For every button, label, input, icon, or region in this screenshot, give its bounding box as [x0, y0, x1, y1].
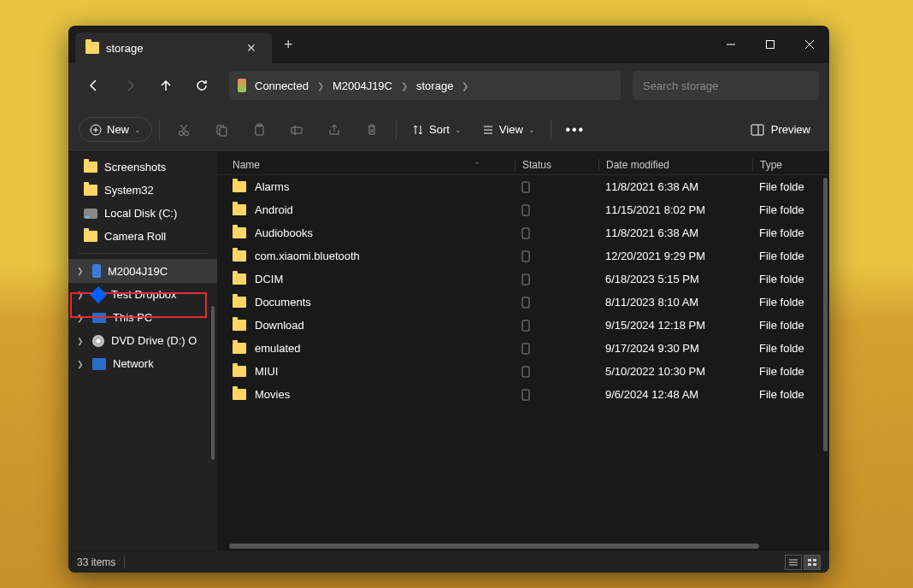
- sidebar-item-system32[interactable]: System32: [68, 179, 217, 202]
- close-button[interactable]: [790, 26, 829, 63]
- minimize-button[interactable]: [711, 26, 751, 63]
- device-icon: [238, 79, 246, 92]
- tab-storage[interactable]: storage ✕: [75, 32, 272, 63]
- breadcrumb-connected[interactable]: Connected: [255, 79, 309, 92]
- toolbar: New ⌄ Sort ⌄ View ⌄ ••• Preview: [68, 108, 829, 152]
- chevron-down-icon: ⌄: [134, 126, 141, 134]
- delete-button[interactable]: [355, 115, 389, 145]
- details-view-button[interactable]: [785, 555, 802, 570]
- file-date: 11/15/2021 8:02 PM: [598, 203, 752, 216]
- chevron-right-icon: ❯: [77, 337, 85, 345]
- vertical-scrollbar[interactable]: [823, 178, 828, 451]
- maximize-button[interactable]: [751, 26, 790, 63]
- tab-title: storage: [106, 42, 234, 55]
- column-date[interactable]: Date modified: [598, 159, 752, 171]
- tab-close-icon[interactable]: ✕: [241, 39, 262, 56]
- preview-icon: [751, 124, 764, 136]
- up-button[interactable]: [150, 70, 181, 101]
- cut-button[interactable]: [167, 115, 201, 145]
- horizontal-scrollbar-track[interactable]: [217, 542, 829, 550]
- sidebar-item-cameraroll[interactable]: Camera Roll: [68, 225, 217, 248]
- sidebar-item-network[interactable]: ❯Network: [68, 352, 217, 375]
- file-row[interactable]: Audiobooks11/8/2021 6:38 AMFile folde: [217, 221, 829, 244]
- svg-line-9: [180, 125, 186, 132]
- window-controls: [711, 26, 829, 63]
- item-count: 33 items: [77, 556, 115, 568]
- svg-rect-12: [220, 127, 227, 136]
- sidebar-scrollbar[interactable]: [211, 306, 215, 460]
- folder-icon: [233, 297, 246, 308]
- forward-button[interactable]: [115, 70, 145, 101]
- new-tab-button[interactable]: +: [272, 36, 305, 54]
- file-row[interactable]: Android11/15/2021 8:02 PMFile folde: [217, 198, 829, 221]
- column-headers: Name⌃ Status Date modified Type: [217, 152, 829, 175]
- sort-button[interactable]: Sort ⌄: [403, 118, 470, 141]
- folder-icon: [84, 231, 97, 242]
- chevron-right-icon: ❯: [77, 267, 85, 275]
- share-button[interactable]: [317, 115, 351, 145]
- rename-button[interactable]: [280, 115, 314, 145]
- sidebar-item-screenshots[interactable]: Screenshots: [68, 156, 217, 179]
- file-row[interactable]: Documents8/11/2023 8:10 AMFile folde: [217, 291, 829, 314]
- copy-button[interactable]: [204, 115, 239, 145]
- file-date: 6/18/2023 5:15 PM: [598, 273, 752, 285]
- svg-rect-13: [256, 126, 263, 135]
- pc-icon: [92, 313, 106, 323]
- svg-rect-35: [808, 559, 811, 562]
- sidebar-item-thispc[interactable]: ❯This PC: [68, 306, 217, 329]
- file-status: [515, 227, 598, 239]
- chevron-right-icon: ❯: [401, 81, 408, 91]
- svg-point-7: [180, 131, 184, 135]
- svg-rect-23: [522, 205, 529, 215]
- file-date: 11/8/2021 6:38 AM: [598, 226, 752, 239]
- sidebar-item-localdisk[interactable]: Local Disk (C:): [68, 202, 217, 225]
- file-type: File folde: [752, 226, 819, 239]
- new-button[interactable]: New ⌄: [79, 117, 152, 142]
- search-input[interactable]: Search storage: [633, 71, 819, 100]
- sidebar-item-dropbox[interactable]: ❯Test Dropbox: [68, 283, 217, 306]
- svg-rect-24: [522, 228, 529, 238]
- paste-button[interactable]: [242, 115, 276, 145]
- chevron-right-icon: ❯: [77, 360, 85, 368]
- status-bar: 33 items: [68, 550, 829, 573]
- back-button[interactable]: [79, 70, 109, 101]
- chevron-down-icon: ⌄: [528, 126, 535, 134]
- file-status: [515, 366, 598, 378]
- column-status[interactable]: Status: [515, 159, 598, 171]
- sidebar-item-dvd[interactable]: ❯DVD Drive (D:) O: [68, 329, 217, 352]
- file-name: Android: [255, 203, 293, 216]
- more-button[interactable]: •••: [558, 115, 592, 145]
- file-row[interactable]: com.xiaomi.bluetooth12/20/2021 9:29 PMFi…: [217, 244, 829, 268]
- file-name: Download: [255, 319, 304, 332]
- file-type: File folde: [752, 388, 819, 401]
- file-row[interactable]: Movies9/6/2024 12:48 AMFile folde: [217, 383, 829, 406]
- file-row[interactable]: Download9/15/2024 12:18 PMFile folde: [217, 314, 829, 337]
- folder-icon: [233, 181, 246, 192]
- preview-button[interactable]: Preview: [742, 118, 819, 141]
- file-row[interactable]: Alarms11/8/2021 6:38 AMFile folde: [217, 175, 829, 198]
- file-type: File folde: [752, 342, 819, 355]
- file-name: emulated: [255, 342, 300, 355]
- breadcrumb-device[interactable]: M2004J19C: [333, 79, 392, 92]
- file-type: File folde: [752, 180, 819, 193]
- breadcrumb-storage[interactable]: storage: [416, 79, 453, 92]
- network-icon: [92, 358, 106, 370]
- main-area: Name⌃ Status Date modified Type Alarms11…: [217, 152, 829, 550]
- svg-line-10: [181, 125, 187, 132]
- thumbnails-view-button[interactable]: [804, 555, 821, 570]
- file-row[interactable]: MIUI5/10/2022 10:30 PMFile folde: [217, 360, 829, 383]
- file-date: 11/8/2021 6:38 AM: [598, 180, 752, 193]
- file-row[interactable]: emulated9/17/2024 9:30 PMFile folde: [217, 337, 829, 360]
- refresh-button[interactable]: [186, 70, 217, 101]
- column-type[interactable]: Type: [752, 159, 819, 171]
- view-button[interactable]: View ⌄: [474, 118, 544, 141]
- folder-icon: [233, 343, 246, 354]
- column-name[interactable]: Name⌃: [233, 159, 515, 171]
- sort-icon: [412, 124, 424, 136]
- address-bar[interactable]: Connected ❯ M2004J19C ❯ storage ❯: [229, 71, 621, 100]
- horizontal-scrollbar-thumb[interactable]: [229, 544, 759, 549]
- svg-rect-37: [808, 563, 811, 566]
- file-row[interactable]: DCIM6/18/2023 5:15 PMFile folde: [217, 268, 829, 291]
- sidebar-item-device[interactable]: ❯ M2004J19C: [68, 259, 217, 283]
- dropbox-icon: [90, 286, 107, 303]
